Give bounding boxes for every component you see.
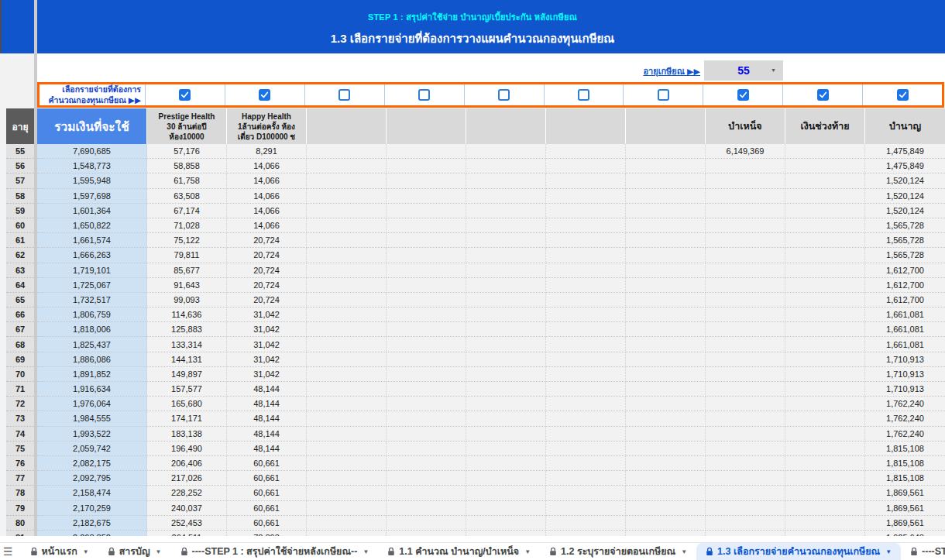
value-cell[interactable]: 1,612,700 xyxy=(865,263,945,278)
value-cell[interactable]: 1,475,849 xyxy=(865,159,945,173)
total-cell[interactable]: 1,984,555 xyxy=(37,411,147,426)
value-cell[interactable]: 20,724 xyxy=(227,263,307,278)
tab-caret-icon[interactable]: ▼ xyxy=(154,548,162,555)
value-cell[interactable] xyxy=(706,189,785,204)
value-cell[interactable]: 144,131 xyxy=(147,352,227,367)
total-cell[interactable]: 2,082,175 xyxy=(37,456,147,471)
value-cell[interactable] xyxy=(706,441,785,456)
value-cell[interactable] xyxy=(546,278,626,293)
value-cell[interactable] xyxy=(706,486,785,500)
expense-checkbox-cell-9[interactable] xyxy=(782,84,862,105)
value-cell[interactable] xyxy=(387,382,466,397)
value-cell[interactable] xyxy=(307,441,387,456)
column-header-empty[interactable] xyxy=(466,108,546,144)
value-cell[interactable] xyxy=(706,367,785,382)
value-cell[interactable] xyxy=(706,337,785,352)
value-cell[interactable]: 206,406 xyxy=(147,456,227,471)
expense-checkbox-cell-7[interactable] xyxy=(623,84,703,105)
value-cell[interactable] xyxy=(706,427,785,441)
value-cell[interactable] xyxy=(546,248,626,263)
value-cell[interactable]: 20,724 xyxy=(227,278,307,293)
checkbox-checked[interactable] xyxy=(897,89,909,101)
checkbox-checked[interactable] xyxy=(259,89,270,101)
value-cell[interactable] xyxy=(307,397,387,411)
value-cell[interactable] xyxy=(387,397,466,411)
value-cell[interactable] xyxy=(785,189,865,204)
expense-checkbox-cell-10[interactable] xyxy=(862,84,942,105)
value-cell[interactable]: 1,869,561 xyxy=(865,516,945,531)
value-cell[interactable] xyxy=(387,248,466,263)
value-cell[interactable] xyxy=(387,189,466,204)
value-cell[interactable] xyxy=(626,248,706,263)
total-cell[interactable]: 1,886,086 xyxy=(37,352,147,367)
checkbox-checked[interactable] xyxy=(737,89,749,101)
column-header[interactable]: บำนาญ xyxy=(865,108,945,144)
age-cell[interactable]: 75 xyxy=(6,441,34,456)
value-cell[interactable] xyxy=(785,173,865,188)
value-cell[interactable]: 31,042 xyxy=(227,352,307,367)
value-cell[interactable] xyxy=(546,173,626,188)
value-cell[interactable] xyxy=(466,501,546,516)
value-cell[interactable] xyxy=(785,352,865,367)
value-cell[interactable] xyxy=(387,307,466,322)
value-cell[interactable] xyxy=(706,173,785,188)
value-cell[interactable]: 79,811 xyxy=(147,248,227,263)
value-cell[interactable]: 252,453 xyxy=(147,516,227,531)
value-cell[interactable] xyxy=(546,337,626,352)
value-cell[interactable] xyxy=(706,204,785,218)
age-cell[interactable]: 65 xyxy=(6,293,34,307)
value-cell[interactable] xyxy=(546,382,626,397)
value-cell[interactable] xyxy=(387,441,466,456)
value-cell[interactable] xyxy=(706,456,785,471)
value-cell[interactable] xyxy=(466,516,546,531)
value-cell[interactable] xyxy=(546,189,626,204)
value-cell[interactable]: 60,661 xyxy=(227,516,307,531)
value-cell[interactable] xyxy=(387,204,466,218)
column-header-empty[interactable] xyxy=(546,108,626,144)
sheet-tab-1[interactable]: หน้าแรก▼ xyxy=(21,543,98,560)
value-cell[interactable] xyxy=(307,352,387,367)
value-cell[interactable] xyxy=(307,501,387,516)
value-cell[interactable] xyxy=(546,263,626,278)
value-cell[interactable]: 60,661 xyxy=(227,501,307,516)
value-cell[interactable] xyxy=(466,337,546,352)
sheet-tab-6[interactable]: 1.3 เลือกรายจ่ายคำนวณกองทุนเกษียณ▼ xyxy=(696,543,901,560)
sheet-tab-5[interactable]: 1.2 ระบุรายจ่ายตอนเกษียณ▼ xyxy=(540,543,696,560)
value-cell[interactable]: 217,026 xyxy=(147,471,227,486)
value-cell[interactable] xyxy=(546,144,626,159)
value-cell[interactable] xyxy=(546,501,626,516)
value-cell[interactable] xyxy=(387,501,466,516)
value-cell[interactable] xyxy=(466,248,546,263)
sheet-tab-2[interactable]: สารบัญ▼ xyxy=(98,543,171,560)
value-cell[interactable] xyxy=(307,278,387,293)
value-cell[interactable] xyxy=(626,382,706,397)
age-cell[interactable]: 57 xyxy=(6,173,34,188)
value-cell[interactable]: 240,037 xyxy=(147,501,227,516)
value-cell[interactable] xyxy=(785,233,865,248)
value-cell[interactable]: 1,710,913 xyxy=(865,367,945,382)
value-cell[interactable] xyxy=(546,159,626,173)
age-cell[interactable]: 64 xyxy=(6,278,34,293)
expense-checkbox-cell-5[interactable] xyxy=(464,84,544,105)
value-cell[interactable] xyxy=(387,411,466,426)
value-cell[interactable] xyxy=(706,471,785,486)
value-cell[interactable]: 1,762,240 xyxy=(865,397,945,411)
value-cell[interactable] xyxy=(387,278,466,293)
value-cell[interactable] xyxy=(626,411,706,426)
total-cell[interactable]: 1,719,101 xyxy=(37,263,147,278)
value-cell[interactable]: 1,565,728 xyxy=(865,218,945,233)
value-cell[interactable] xyxy=(466,411,546,426)
value-cell[interactable]: 125,883 xyxy=(147,322,227,337)
total-cell[interactable]: 1,666,263 xyxy=(37,248,147,263)
frozen-pane-divider[interactable] xyxy=(34,0,37,536)
expense-checkbox-cell-6[interactable] xyxy=(544,84,624,105)
value-cell[interactable] xyxy=(466,471,546,486)
value-cell[interactable] xyxy=(706,352,785,367)
value-cell[interactable]: 14,066 xyxy=(227,218,307,233)
value-cell[interactable] xyxy=(785,367,865,382)
value-cell[interactable] xyxy=(785,204,865,218)
value-cell[interactable] xyxy=(706,516,785,531)
value-cell[interactable]: 60,661 xyxy=(227,456,307,471)
checkbox-unchecked[interactable] xyxy=(658,89,669,101)
value-cell[interactable] xyxy=(785,531,865,536)
